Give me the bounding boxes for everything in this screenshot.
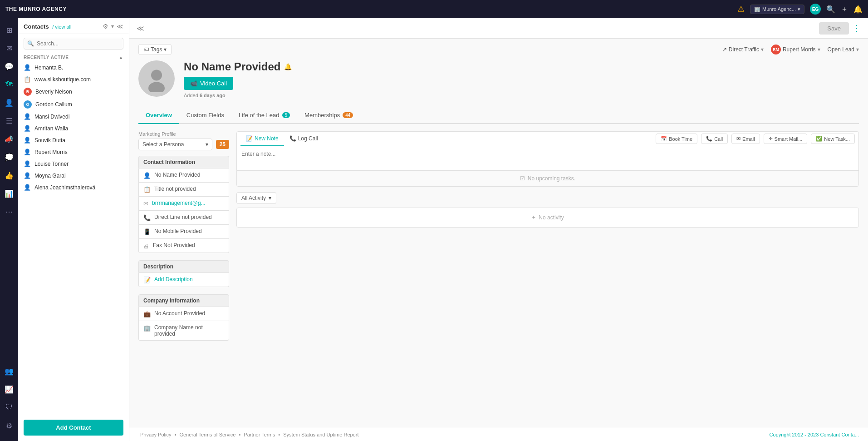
sidebar-item-contacts[interactable]: ✉ bbox=[1, 40, 17, 56]
list-item[interactable]: 📋 www.silksboutique.com bbox=[18, 74, 129, 85]
smart-mail-button[interactable]: ✈ Smart Mail... bbox=[764, 134, 808, 144]
tab-custom-fields[interactable]: Custom Fields bbox=[179, 107, 231, 124]
video-icon: 📹 bbox=[190, 80, 197, 87]
email-button[interactable]: ✉ Email bbox=[731, 134, 760, 144]
no-tasks-text: No upcoming tasks. bbox=[528, 175, 575, 182]
list-item[interactable]: 👤 Souvik Dutta bbox=[18, 134, 129, 146]
contact-email-text: brrrmanagement@g... bbox=[152, 200, 206, 206]
phone-icon: 📞 bbox=[706, 136, 712, 142]
tags-label: Tags bbox=[151, 46, 162, 53]
sidebar-item-megaphone[interactable]: 📣 bbox=[1, 131, 17, 147]
contact-info-email-item[interactable]: ✉ brrrmanagement@g... bbox=[138, 197, 229, 211]
sidebar-item-conversations[interactable]: 💬 bbox=[1, 58, 17, 74]
collapse-button[interactable]: ≪ bbox=[137, 24, 144, 33]
sidebar-item-chat[interactable]: 💭 bbox=[1, 149, 17, 165]
description-section: Description 📝 Add Description bbox=[138, 260, 229, 287]
contacts-gear-icon[interactable]: ⚙ bbox=[103, 23, 108, 30]
traffic-source-item[interactable]: ↗ Direct Traffic ▾ bbox=[722, 46, 764, 53]
sidebar-item-person[interactable]: 👤 bbox=[1, 94, 17, 111]
contacts-collapse-icon[interactable]: ≪ bbox=[117, 23, 123, 30]
sidebar-item-thumbsup[interactable]: 👍 bbox=[1, 167, 17, 183]
partner-terms-link[interactable]: Partner Terms bbox=[244, 432, 275, 437]
traffic-icon: ↗ bbox=[722, 46, 727, 53]
persona-select[interactable]: Select a Persona ▾ bbox=[138, 139, 212, 150]
sidebar-item-dots[interactable]: ⋯ bbox=[1, 203, 17, 220]
list-item[interactable]: 👤 Alena Joachimsthalerová bbox=[18, 182, 129, 193]
agency-selector[interactable]: 🏢 Munro Agenc... ▾ bbox=[750, 5, 804, 14]
call-button[interactable]: 📞 Call bbox=[701, 134, 728, 144]
list-item[interactable]: B Beverly Nelson bbox=[18, 85, 129, 98]
company-info-section: Company Information 💼 No Account Provide… bbox=[138, 294, 229, 341]
tab-life-of-lead[interactable]: Life of the Lead 5 bbox=[231, 107, 297, 124]
sidebar-item-list[interactable]: ☰ bbox=[1, 113, 17, 129]
contact-hero: No Name Provided 🔔 📹 Video Call Added 6 … bbox=[138, 60, 859, 98]
list-item[interactable]: 👤 Louise Tonner bbox=[18, 158, 129, 170]
notifications-icon[interactable]: 🔔 bbox=[853, 5, 863, 14]
content-area: ≪ Save ⋮ 🏷 Tags ▾ ↗ Direct Traffic bbox=[129, 18, 868, 441]
new-task-button[interactable]: ✅ New Task... bbox=[811, 134, 855, 144]
contact-avatar-icon: 👤 bbox=[24, 149, 31, 156]
search-input[interactable] bbox=[24, 38, 123, 50]
footer-links: Privacy Policy • General Terms of Servic… bbox=[138, 432, 360, 437]
email-icon: ✉ bbox=[143, 200, 148, 207]
activity-tabs-bar: 📝 New Note 📞 Log Call 📅 Book Time bbox=[237, 132, 858, 146]
lead-status-item[interactable]: Open Lead ▾ bbox=[828, 46, 859, 53]
user-avatar[interactable]: EG bbox=[810, 4, 821, 15]
all-activity-select[interactable]: All Activity ▾ bbox=[236, 192, 276, 204]
list-item[interactable]: 👤 Hemanta B. bbox=[18, 62, 129, 74]
more-options-button[interactable]: ⋮ bbox=[853, 23, 861, 33]
smart-mail-icon: ✈ bbox=[769, 136, 773, 142]
contact-info-name-item: 👤 No Name Provided bbox=[138, 168, 229, 183]
contacts-header: Contacts / view all ⚙ ▾ ≪ bbox=[18, 18, 129, 34]
warning-icon: ⚠ bbox=[737, 4, 745, 14]
sidebar-item-shield[interactable]: 🛡 bbox=[1, 399, 17, 416]
general-terms-link[interactable]: General Terms of Service bbox=[179, 432, 235, 437]
note-textarea[interactable] bbox=[237, 146, 858, 169]
add-description-text: Add Description bbox=[154, 276, 193, 282]
save-button[interactable]: Save bbox=[819, 22, 849, 35]
persona-select-row: Select a Persona ▾ 25 bbox=[138, 139, 229, 150]
contact-name-text: No Name Provided bbox=[154, 172, 200, 178]
contact-name: Beverly Nelson bbox=[35, 89, 72, 95]
tab-new-note[interactable]: 📝 New Note bbox=[240, 132, 284, 146]
sidebar-item-dashboard[interactable]: ⊞ bbox=[1, 22, 17, 38]
tab-log-call[interactable]: 📞 Log Call bbox=[284, 132, 324, 146]
tab-overview[interactable]: Overview bbox=[138, 107, 179, 124]
contact-name: Moyna Garai bbox=[34, 173, 66, 179]
sidebar-item-contacts2[interactable]: 👥 bbox=[1, 363, 17, 379]
tag-icon: 🏷 bbox=[143, 46, 149, 53]
list-item[interactable]: 👤 Moyna Garai bbox=[18, 170, 129, 182]
mobile-icon: 📱 bbox=[143, 228, 151, 235]
description-add-item[interactable]: 📝 Add Description bbox=[138, 273, 229, 287]
task-empty-icon: ☑ bbox=[520, 175, 525, 182]
system-status-link[interactable]: System Status and Uptime Report bbox=[283, 432, 358, 437]
brand-name: THE MUNRO AGENCY bbox=[5, 6, 67, 12]
book-time-button[interactable]: 📅 Book Time bbox=[656, 134, 697, 144]
list-item[interactable]: G Gordon Callum bbox=[18, 98, 129, 111]
left-column: Marketing Profile Select a Persona ▾ 25 … bbox=[138, 131, 229, 348]
avatar-svg bbox=[143, 65, 170, 92]
video-call-button[interactable]: 📹 Video Call bbox=[184, 77, 233, 90]
sidebar-item-settings[interactable]: ⚙ bbox=[1, 417, 17, 434]
tab-memberships[interactable]: Memberships 44 bbox=[297, 107, 360, 124]
sidebar-item-map[interactable]: 🗺 bbox=[1, 76, 17, 93]
search-icon[interactable]: 🔍 bbox=[826, 5, 835, 14]
view-all-link[interactable]: / view all bbox=[52, 24, 71, 30]
sidebar-item-chart[interactable]: 📈 bbox=[1, 381, 17, 397]
contact-detail: 🏷 Tags ▾ ↗ Direct Traffic ▾ RM Rupert Mo… bbox=[129, 39, 868, 428]
sidebar-item-analytics[interactable]: 📊 bbox=[1, 185, 17, 202]
privacy-policy-link[interactable]: Privacy Policy bbox=[140, 432, 171, 437]
top-nav: THE MUNRO AGENCY ⚠ 🏢 Munro Agenc... ▾ EG… bbox=[0, 0, 868, 18]
list-item[interactable]: 👤 Amritan Walia bbox=[18, 123, 129, 134]
add-icon[interactable]: ＋ bbox=[841, 5, 848, 14]
owner-item[interactable]: RM Rupert Morris ▾ bbox=[771, 45, 820, 55]
tags-button[interactable]: 🏷 Tags ▾ bbox=[138, 44, 172, 55]
lead-status-chevron-icon: ▾ bbox=[856, 46, 859, 53]
list-item[interactable]: 👤 Rupert Morris bbox=[18, 146, 129, 158]
tags-bar: 🏷 Tags ▾ ↗ Direct Traffic ▾ RM Rupert Mo… bbox=[138, 44, 859, 55]
add-contact-button[interactable]: Add Contact bbox=[24, 420, 123, 436]
contacts-chevron-icon[interactable]: ▾ bbox=[111, 23, 114, 30]
contact-avatar-icon: 👤 bbox=[24, 172, 31, 179]
recently-active-chevron[interactable]: ▲ bbox=[119, 55, 123, 60]
list-item[interactable]: 👤 Mansi Dwivedi bbox=[18, 111, 129, 123]
